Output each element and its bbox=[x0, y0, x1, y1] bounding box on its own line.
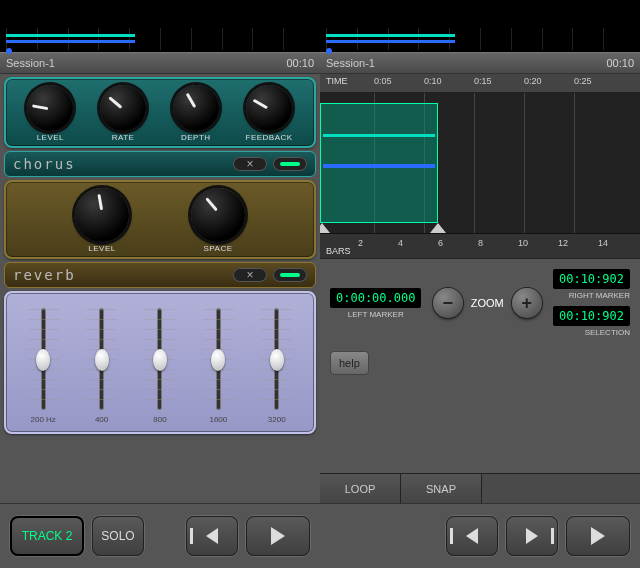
chorus-rate-knob[interactable] bbox=[100, 85, 146, 131]
left-marker-readout: 0:00:00.000 LEFT MARKER bbox=[330, 288, 421, 319]
chorus-feedback-knob[interactable] bbox=[246, 85, 292, 131]
left-marker-handle[interactable] bbox=[320, 223, 330, 233]
timeline-pane: Session-1 00:10 TIME 0:05 0:10 0:15 0:20… bbox=[320, 0, 640, 568]
session-name: Session-1 bbox=[326, 57, 375, 69]
zoom-out-button[interactable]: − bbox=[433, 288, 463, 318]
transport-bar-right bbox=[320, 503, 640, 568]
loop-tab[interactable]: LOOP bbox=[320, 474, 401, 504]
chorus-title-bar: chorus bbox=[4, 151, 316, 177]
session-time: 00:10 bbox=[286, 57, 314, 69]
audio-region[interactable] bbox=[320, 103, 438, 223]
eq-module: 200 Hz 400 800 1600 3200 bbox=[4, 291, 316, 434]
play-icon bbox=[591, 527, 605, 545]
time-ruler[interactable]: TIME 0:05 0:10 0:15 0:20 0:25 bbox=[320, 74, 640, 93]
mini-timeline-right bbox=[320, 0, 640, 52]
reverb-space-knob[interactable] bbox=[191, 188, 245, 242]
chorus-power-button[interactable] bbox=[273, 157, 307, 171]
zoom-in-button[interactable]: + bbox=[512, 288, 542, 318]
right-marker-handle[interactable] bbox=[430, 223, 446, 233]
snap-tab[interactable]: SNAP bbox=[401, 474, 482, 504]
reverb-title-bar: reverb bbox=[4, 262, 316, 288]
reverb-close-button[interactable] bbox=[233, 268, 267, 282]
chorus-label: chorus bbox=[13, 156, 76, 172]
session-bar: Session-1 00:10 bbox=[0, 52, 320, 74]
skip-start-button[interactable] bbox=[446, 516, 498, 556]
zoom-label: ZOOM bbox=[471, 297, 504, 309]
play-button[interactable] bbox=[246, 516, 310, 556]
fx-pane: Session-1 00:10 LEVEL RATE DEPTH FEEDBAC… bbox=[0, 0, 320, 568]
chorus-depth-knob[interactable] bbox=[173, 85, 219, 131]
track-select-button[interactable]: TRACK 2 bbox=[10, 516, 84, 556]
chorus-level-knob[interactable] bbox=[27, 85, 73, 131]
mode-tabs: LOOP SNAP bbox=[320, 473, 640, 504]
eq-slider-3200[interactable] bbox=[275, 309, 278, 409]
play-button[interactable] bbox=[566, 516, 630, 556]
reverb-label: reverb bbox=[13, 267, 76, 283]
timeline-view[interactable] bbox=[320, 93, 640, 234]
eq-slider-800[interactable] bbox=[158, 309, 161, 409]
session-bar-right: Session-1 00:10 bbox=[320, 52, 640, 74]
session-name: Session-1 bbox=[6, 57, 55, 69]
eq-slider-1600[interactable] bbox=[217, 309, 220, 409]
right-marker-readout: 00:10:902 bbox=[553, 269, 630, 289]
skip-start-icon bbox=[206, 528, 218, 544]
play-icon bbox=[271, 527, 285, 545]
chorus-module: LEVEL RATE DEPTH FEEDBACK bbox=[4, 77, 316, 148]
help-button[interactable]: help bbox=[330, 351, 369, 375]
skip-start-icon bbox=[466, 528, 478, 544]
chorus-close-button[interactable] bbox=[233, 157, 267, 171]
session-time: 00:10 bbox=[606, 57, 634, 69]
bars-ruler[interactable]: BARS 2 4 6 8 10 12 14 bbox=[320, 234, 640, 259]
skip-end-icon bbox=[526, 528, 538, 544]
eq-slider-200[interactable] bbox=[42, 309, 45, 409]
transport-bar-left: TRACK 2 SOLO bbox=[0, 503, 320, 568]
prev-button[interactable] bbox=[186, 516, 238, 556]
selection-readout: 00:10:902 bbox=[553, 306, 630, 326]
eq-slider-400[interactable] bbox=[100, 309, 103, 409]
reverb-module: LEVEL SPACE bbox=[4, 180, 316, 259]
reverb-level-knob[interactable] bbox=[75, 188, 129, 242]
solo-button[interactable]: SOLO bbox=[92, 516, 144, 556]
reverb-power-button[interactable] bbox=[273, 268, 307, 282]
mini-timeline bbox=[0, 0, 320, 52]
skip-end-button[interactable] bbox=[506, 516, 558, 556]
